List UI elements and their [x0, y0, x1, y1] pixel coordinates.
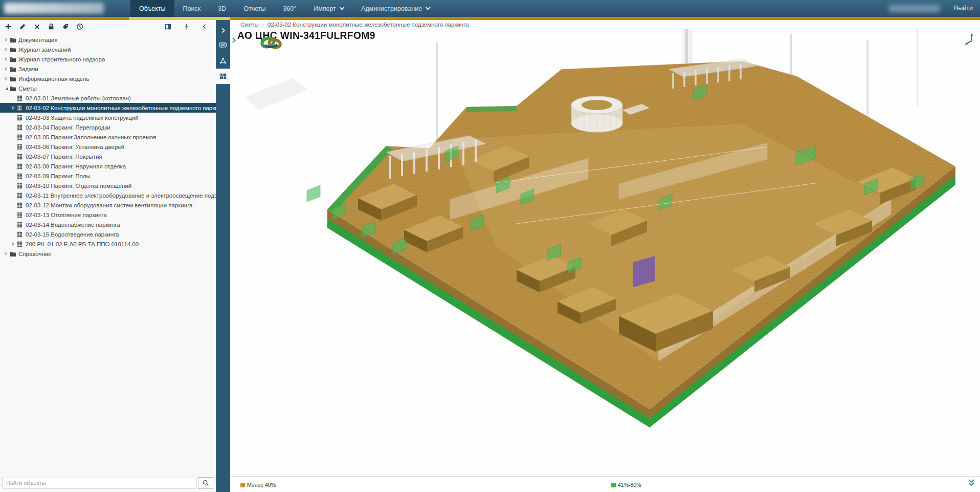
tree-item-label: Информационная модель: [18, 76, 90, 82]
tree-item[interactable]: 02-03-13 Отопление паркинга: [0, 210, 216, 220]
sheets-view-icon[interactable]: [216, 69, 230, 84]
sheet-icon: [17, 124, 26, 131]
expander-icon[interactable]: [3, 67, 10, 71]
nav-tab-label: Администрирование: [361, 5, 422, 12]
tree-item[interactable]: 02-03-03 Защита подземных конструкций: [0, 113, 216, 122]
tree-item-label: Сметы: [18, 85, 37, 92]
nav-tab-label: 3D: [218, 5, 226, 12]
expander-icon[interactable]: [3, 37, 10, 42]
nav-tab-search[interactable]: Поиск: [174, 0, 210, 17]
nav-tab-label: Импорт: [314, 5, 336, 12]
breadcrumb-separator: ›: [262, 22, 264, 28]
sheet-icon: [17, 95, 26, 101]
model-3d-view[interactable]: [230, 29, 980, 476]
nav-tab-360[interactable]: 360°: [274, 0, 305, 17]
status-legend-bar: Менее 40%41%-80%: [230, 476, 980, 492]
tree-item-label: 02-03-10 Паркинг. Отделка помещений: [26, 183, 131, 189]
tree-item[interactable]: Задачи: [0, 64, 216, 74]
top-navigation-bar: ОбъектыПоиск3DОтчеты360°ИмпортАдминистри…: [0, 0, 980, 17]
nav-tab-objects[interactable]: Объекты: [130, 0, 174, 17]
tree-item-label: 02-03-11 Внутреннее электрооборудование …: [26, 192, 216, 199]
tree-item[interactable]: 02-03-01 Земляные работы (котлован): [0, 93, 216, 103]
tree-item[interactable]: Сметы: [0, 83, 216, 93]
tree-item[interactable]: Журнал строительного надзора: [0, 54, 216, 64]
view-tool-strip: [216, 20, 230, 492]
folder-icon: [10, 76, 18, 82]
nav-tabs: ОбъектыПоиск3DОтчеты360°ИмпортАдминистри…: [130, 0, 438, 17]
main-panel: Сметы › 02-03-02 Конструкции монолитные …: [230, 20, 980, 492]
expander-icon[interactable]: [3, 251, 10, 256]
sheet-icon: [17, 231, 26, 238]
expander-icon[interactable]: [3, 86, 10, 91]
collapse-panel-icon[interactable]: [197, 21, 212, 32]
panel-toggle-icon[interactable]: [161, 21, 175, 32]
tree-item[interactable]: 02-03-05 Паркинг.Заполнение оконных прое…: [0, 132, 216, 142]
history-button[interactable]: [73, 21, 87, 32]
tree-item[interactable]: 02-03-07 Паркинг. Покрытия: [0, 152, 216, 161]
tree-item[interactable]: 02-03-06 Паркинг. Установка дверей: [0, 142, 216, 152]
double-chevron-down-icon[interactable]: [968, 479, 975, 489]
tree-item[interactable]: 02-03-15 Водоотведение паркинга: [0, 229, 216, 239]
tree-item-label: 02-03-04 Паркинг. Перегородки: [26, 124, 110, 131]
expand-panel-icon[interactable]: [216, 23, 230, 38]
nav-tab-label: Объекты: [139, 5, 166, 12]
edit-button[interactable]: [15, 21, 30, 32]
nav-tab-reports[interactable]: Отчеты: [235, 0, 274, 17]
sheet-icon: [17, 192, 26, 199]
delete-button[interactable]: [30, 21, 44, 32]
expander-icon[interactable]: [10, 242, 17, 246]
viewer-logo-icon: [260, 35, 283, 52]
tree-toolbar: [0, 20, 216, 33]
tree-item[interactable]: Информационная модель: [0, 74, 216, 83]
axes-compass-icon[interactable]: [964, 33, 975, 48]
tree-item[interactable]: 02-03-10 Паркинг. Отделка помещений: [0, 181, 216, 190]
search-button[interactable]: [198, 477, 213, 489]
sheet-icon: [17, 163, 26, 169]
expand-breadcrumb-icon[interactable]: [232, 36, 236, 45]
sheet-icon: [17, 212, 26, 218]
nav-tab-3d[interactable]: 3D: [209, 0, 235, 17]
tree-item[interactable]: 02-03-11 Внутреннее электрооборудование …: [0, 190, 216, 200]
tree-item[interactable]: 02-03-04 Паркинг. Перегородки: [0, 122, 216, 132]
breadcrumb-root-link[interactable]: Сметы: [240, 22, 259, 28]
breadcrumb: Сметы › 02-03-02 Конструкции монолитные …: [230, 20, 980, 29]
tree-item[interactable]: 02-03-09 Паркинг. Полы: [0, 171, 216, 181]
relations-icon[interactable]: [216, 53, 230, 69]
tree-item-label: Журнал строительного надзора: [18, 56, 105, 62]
search-input[interactable]: [3, 478, 196, 488]
expander-icon[interactable]: [3, 57, 10, 61]
tree-item[interactable]: 200.PIL.01.02.E.A0.РВ.ТА.ППО.010114.00: [0, 239, 216, 249]
sheet-icon: [17, 134, 26, 140]
logout-button[interactable]: Выйти: [954, 0, 973, 17]
add-button[interactable]: [1, 21, 15, 32]
nav-tab-administration[interactable]: Администрирование: [352, 0, 438, 17]
tree-item[interactable]: 02-03-12 Монтаж оборудования систем вент…: [0, 200, 216, 210]
object-tree-panel: ДокументацияЖурнал замечанийЖурнал строи…: [0, 20, 216, 492]
tree-item[interactable]: 02-03-14 Водоснабжение паркинга: [0, 220, 216, 229]
lock-button[interactable]: [44, 21, 58, 32]
tree-item[interactable]: Справочник: [0, 249, 216, 259]
tag-button[interactable]: [58, 21, 73, 32]
tree-item-label: 02-03-12 Монтаж оборудования систем вент…: [26, 202, 193, 208]
nav-tab-import[interactable]: Импорт: [305, 0, 352, 17]
expander-icon[interactable]: [10, 105, 17, 110]
nav-tab-label: Отчеты: [243, 5, 265, 12]
chevron-down-icon: [426, 5, 431, 10]
tree-item-label: 02-03-05 Паркинг.Заполнение оконных прое…: [26, 134, 156, 140]
tree-item-label: Справочник: [18, 251, 51, 257]
folder-icon: [10, 37, 18, 43]
tree-item[interactable]: Журнал замечаний: [0, 45, 216, 54]
search-icon: [203, 480, 209, 486]
pin-icon[interactable]: [179, 21, 193, 32]
comments-icon[interactable]: [216, 38, 230, 53]
folder-icon: [10, 56, 18, 62]
tree-item[interactable]: 02-03-02 Конструкции монолитные железобе…: [0, 103, 216, 113]
sheet-icon: [17, 105, 26, 111]
tree-item[interactable]: Документация: [0, 35, 216, 45]
tree-item-label: 02-03-07 Паркинг. Покрытия: [26, 154, 102, 160]
expander-icon[interactable]: [3, 47, 10, 52]
expander-icon[interactable]: [3, 76, 10, 81]
model-viewport[interactable]: АО ЦНС WIN-341FULRFOM9: [230, 29, 980, 476]
tree-item[interactable]: 02-03-08 Паркинг. Наружная отделка: [0, 161, 216, 171]
nav-tab-label: 360°: [283, 5, 296, 12]
